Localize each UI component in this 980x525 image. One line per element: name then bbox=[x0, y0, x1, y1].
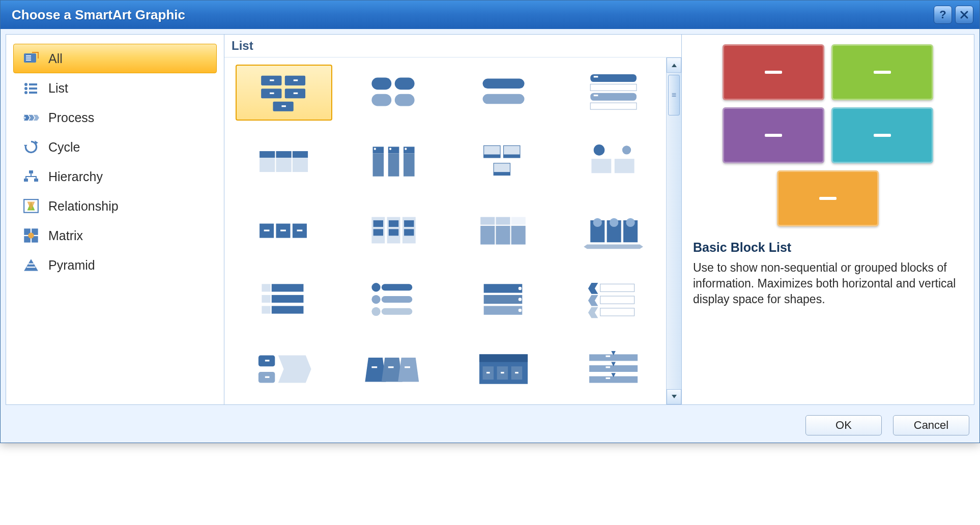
category-all[interactable]: All bbox=[13, 44, 217, 73]
svg-rect-116 bbox=[484, 284, 523, 293]
preview-block-3 bbox=[723, 107, 824, 163]
thumb-horizontal-bullet-list[interactable] bbox=[236, 203, 332, 259]
thumb-table-list[interactable] bbox=[236, 134, 332, 190]
svg-rect-86 bbox=[373, 229, 383, 236]
svg-rect-105 bbox=[272, 284, 304, 292]
thumb-segmented-list[interactable] bbox=[455, 203, 552, 259]
scrollbar-track[interactable] bbox=[667, 73, 681, 389]
thumb-vertical-chevron-list[interactable] bbox=[565, 272, 662, 328]
svg-rect-79 bbox=[264, 230, 270, 231]
svg-rect-44 bbox=[483, 94, 525, 104]
svg-rect-7 bbox=[29, 88, 37, 90]
category-hierarchy[interactable]: Hierarchy bbox=[13, 162, 217, 191]
thumb-horizontal-picture-list[interactable] bbox=[345, 134, 442, 190]
svg-rect-87 bbox=[389, 220, 398, 227]
svg-rect-111 bbox=[382, 284, 412, 291]
svg-rect-92 bbox=[496, 217, 510, 225]
svg-point-102 bbox=[626, 218, 635, 227]
thumb-bending-picture-list[interactable] bbox=[455, 134, 552, 190]
svg-rect-115 bbox=[382, 308, 412, 315]
close-button[interactable] bbox=[955, 6, 973, 24]
svg-point-119 bbox=[518, 287, 522, 290]
category-matrix[interactable]: Matrix bbox=[13, 221, 217, 250]
cycle-icon bbox=[23, 140, 39, 154]
chevron-down-icon bbox=[671, 394, 677, 399]
category-process[interactable]: Process bbox=[13, 103, 217, 132]
svg-rect-54 bbox=[260, 158, 275, 172]
thumb-target-list[interactable] bbox=[455, 272, 552, 328]
thumb-grouped-list[interactable] bbox=[345, 203, 442, 259]
thumb-vertical-picture-accent-list[interactable] bbox=[345, 272, 442, 328]
ok-button[interactable]: OK bbox=[805, 415, 882, 435]
svg-marker-156 bbox=[672, 64, 677, 67]
chevron-up-icon bbox=[671, 63, 677, 68]
scroll-up-button[interactable] bbox=[667, 57, 681, 73]
svg-rect-43 bbox=[483, 79, 525, 89]
smartart-dialog: Choose a SmartArt Graphic ? All L bbox=[0, 0, 980, 443]
svg-rect-58 bbox=[373, 154, 384, 177]
svg-rect-138 bbox=[405, 367, 411, 368]
gallery-panel: List bbox=[224, 34, 682, 405]
svg-rect-37 bbox=[294, 93, 298, 94]
category-list[interactable]: List bbox=[13, 73, 217, 103]
thumb-hierarchy-list[interactable] bbox=[455, 341, 552, 397]
svg-rect-48 bbox=[591, 103, 637, 110]
scroll-down-button[interactable] bbox=[667, 389, 681, 404]
category-label: Cycle bbox=[48, 140, 80, 155]
gallery-scrollbar[interactable] bbox=[666, 57, 681, 404]
svg-point-120 bbox=[518, 298, 522, 301]
help-button[interactable]: ? bbox=[934, 6, 952, 24]
thumb-trapezoid-list[interactable] bbox=[345, 341, 442, 397]
thumb-basic-block-list[interactable] bbox=[236, 65, 332, 121]
category-cycle[interactable]: Cycle bbox=[13, 132, 217, 162]
svg-rect-61 bbox=[403, 147, 415, 154]
category-label: Hierarchy bbox=[48, 169, 103, 184]
thumb-vertical-bullet-list[interactable] bbox=[565, 65, 662, 121]
svg-rect-137 bbox=[388, 367, 394, 368]
svg-point-110 bbox=[372, 283, 381, 292]
thumb-process-list[interactable] bbox=[236, 341, 332, 397]
svg-rect-125 bbox=[600, 296, 635, 304]
preview-title: Basic Block List bbox=[693, 240, 963, 255]
preview-graphic bbox=[693, 44, 963, 227]
thumb-vertical-arrow-list[interactable] bbox=[565, 341, 662, 397]
preview-block-1 bbox=[723, 44, 824, 100]
hierarchy-icon bbox=[23, 169, 39, 184]
dialog-body: All List Process bbox=[1, 29, 979, 443]
svg-rect-52 bbox=[276, 151, 292, 158]
thumb-continuous-picture-list[interactable] bbox=[565, 203, 662, 259]
svg-rect-59 bbox=[388, 147, 399, 154]
svg-rect-93 bbox=[511, 217, 526, 225]
process-icon bbox=[23, 110, 39, 125]
svg-rect-88 bbox=[389, 229, 398, 236]
svg-rect-38 bbox=[282, 105, 286, 107]
matrix-icon bbox=[23, 228, 39, 243]
thumb-vertical-picture-list[interactable] bbox=[236, 272, 332, 328]
thumb-stacked-list[interactable] bbox=[565, 134, 662, 190]
svg-rect-55 bbox=[276, 158, 292, 172]
svg-point-121 bbox=[518, 309, 522, 312]
svg-rect-41 bbox=[372, 94, 392, 106]
svg-rect-69 bbox=[484, 155, 500, 158]
svg-rect-146 bbox=[515, 372, 518, 373]
svg-rect-80 bbox=[281, 230, 286, 231]
svg-marker-26 bbox=[24, 259, 38, 271]
cancel-button[interactable]: Cancel bbox=[893, 415, 969, 435]
svg-marker-122 bbox=[588, 283, 598, 295]
category-relationship[interactable]: Relationship bbox=[13, 191, 217, 221]
svg-rect-60 bbox=[388, 154, 399, 177]
svg-rect-107 bbox=[272, 295, 304, 303]
svg-rect-109 bbox=[272, 306, 304, 314]
svg-rect-90 bbox=[405, 229, 414, 236]
relationship-icon bbox=[23, 199, 39, 213]
thumb-picture-caption-list[interactable] bbox=[345, 65, 442, 121]
svg-rect-104 bbox=[262, 284, 271, 292]
category-pyramid[interactable]: Pyramid bbox=[13, 250, 217, 280]
svg-rect-144 bbox=[487, 372, 490, 373]
svg-rect-50 bbox=[594, 95, 598, 96]
scrollbar-thumb[interactable] bbox=[668, 75, 680, 115]
svg-rect-5 bbox=[29, 83, 37, 85]
thumb-vertical-box-list[interactable] bbox=[455, 65, 552, 121]
svg-marker-126 bbox=[588, 307, 598, 318]
svg-rect-94 bbox=[481, 226, 495, 245]
